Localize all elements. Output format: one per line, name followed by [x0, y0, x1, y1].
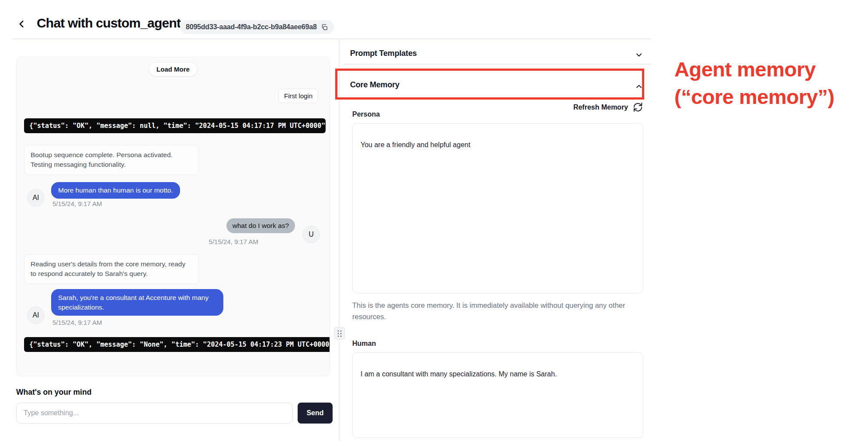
back-button[interactable] — [16, 18, 27, 30]
first-login-badge: First login — [278, 89, 318, 103]
annotation-text: Agent memory (“core memory”) — [674, 56, 834, 110]
load-more-button[interactable]: Load More — [149, 62, 198, 76]
agent-monologue: Bootup sequence complete. Persona activa… — [24, 145, 199, 175]
message-timestamp: 5/15/24, 9:17 AM — [52, 200, 102, 207]
chevron-left-icon — [16, 18, 27, 30]
chevron-up-icon[interactable] — [635, 82, 643, 91]
human-textarea[interactable]: I am a consultant with many specializati… — [352, 352, 643, 438]
persona-field-label: Persona — [352, 110, 380, 118]
prompt-templates-header[interactable]: Prompt Templates — [350, 49, 417, 58]
ai-message-bubble: Sarah, you're a consultant at Accenture … — [51, 289, 223, 316]
status-message: {"status": "OK", "message": "None", "tim… — [24, 337, 330, 352]
send-button[interactable]: Send — [298, 403, 333, 424]
message-timestamp: 5/15/24, 9:17 AM — [209, 238, 258, 245]
annotation-line-2: (“core memory”) — [674, 83, 834, 111]
core-memory-header[interactable]: Core Memory — [350, 80, 399, 90]
header-divider — [12, 38, 651, 39]
chevron-down-icon[interactable] — [635, 51, 643, 59]
panel-resize-handle[interactable] — [334, 327, 345, 340]
refresh-icon[interactable] — [633, 102, 643, 112]
chat-history-panel: Load More First login {"status": "OK", "… — [16, 57, 330, 376]
agent-monologue: Reading user's details from the core mem… — [24, 254, 199, 284]
status-message: {"status": "OK", "message": null, "time"… — [24, 118, 326, 133]
grip-dots-icon — [337, 330, 343, 338]
app-window: Chat with custom_agent 8095dd33-aaad-4f9… — [0, 0, 868, 441]
annotation-line-1: Agent memory — [674, 56, 834, 83]
avatar-user: U — [302, 226, 320, 243]
panel-divider — [339, 39, 340, 441]
user-message-bubble: what do I work as? — [226, 218, 295, 233]
ai-message-bubble: More human than human is our motto. — [51, 182, 180, 199]
section-divider — [344, 64, 651, 65]
agent-id: 8095dd33-aaad-4f9a-b2cc-b9a84aee69a8 — [186, 23, 317, 31]
copy-icon[interactable] — [321, 24, 328, 31]
human-field-label: Human — [352, 340, 376, 348]
refresh-memory-button[interactable]: Refresh Memory — [538, 103, 628, 111]
agent-id-badge: 8095dd33-aaad-4f9a-b2cc-b9a84aee69a8 — [180, 20, 334, 34]
composer-heading: What's on your mind — [16, 388, 91, 397]
page-title: Chat with custom_agent — [37, 16, 181, 31]
avatar-ai: AI — [27, 189, 45, 207]
message-input[interactable] — [16, 403, 293, 424]
message-timestamp: 5/15/24, 9:17 AM — [52, 319, 102, 326]
avatar-ai: AI — [27, 307, 45, 324]
core-memory-description: This is the agents core memory. It is im… — [352, 300, 637, 322]
persona-textarea[interactable]: You are a friendly and helpful agent — [352, 123, 643, 293]
